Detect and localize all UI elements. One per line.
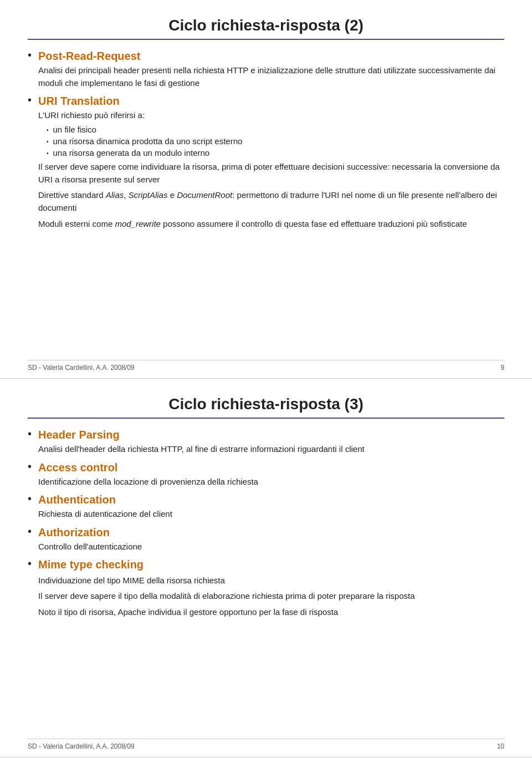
label-post-read-request: Post-Read-Request	[38, 50, 140, 62]
footer-1-left: SD - Valeria Cardellini, A.A. 2008/09	[28, 364, 135, 372]
desc-access-control: Identificazione della locazione di prove…	[38, 476, 504, 489]
bullet-dot-s2-3: •	[28, 492, 32, 505]
bullet-access-control: • Access control Identificazione della l…	[28, 461, 504, 489]
sub-item-2: • una risorsa dinamica prodotta da uno s…	[47, 136, 504, 146]
bullet-content-s2-3: Authentication Richiesta di autenticazio…	[38, 494, 504, 521]
desc-authorization: Controllo dell'autenticazione	[38, 541, 504, 553]
desc-authentication: Richiesta di autenticazione del client	[38, 508, 504, 521]
slide-1: Ciclo richiesta-risposta (2) • Post-Read…	[0, 0, 532, 379]
uri-sub-list: • un file fisico • una risorsa dinamica …	[38, 125, 504, 157]
slide-2: Ciclo richiesta-risposta (3) • Header Pa…	[0, 379, 532, 757]
uri-sub-intro: L'URI richiesto può riferirsi a:	[38, 109, 504, 122]
sub-item-3: • una risorsa generata da un modulo inte…	[47, 148, 504, 157]
bullet-mime-type: • Mime type checking Individuazione del …	[28, 558, 504, 618]
bullet-dot-s2-2: •	[28, 460, 32, 473]
bullet-content-s2-5: Mime type checking Individuazione del ti…	[38, 558, 504, 618]
bullet-dot-1: •	[28, 49, 32, 62]
slide-1-title: Ciclo richiesta-risposta (2)	[28, 17, 504, 34]
bullet-authorization: • Authorization Controllo dell'autentica…	[28, 526, 504, 553]
footer-2-right: 10	[497, 742, 504, 750]
slide-2-footer: SD - Valeria Cardellini, A.A. 2008/09 10	[28, 739, 504, 750]
bullet-content-s2-1: Header Parsing Analisi dell'header della…	[38, 429, 504, 456]
bullet-post-read-request: • Post-Read-Request Analisi dei principa…	[28, 50, 504, 89]
mime-para-2: Il server deve sapere il tipo della moda…	[38, 589, 504, 602]
label-header-parsing: Header Parsing	[38, 429, 120, 441]
title-divider-2	[28, 418, 504, 419]
sub-item-1: • un file fisico	[47, 125, 504, 134]
bullet-content-1: Post-Read-Request Analisi dei principali…	[38, 50, 504, 89]
bullet-content-s2-4: Authorization Controllo dell'autenticazi…	[38, 526, 504, 553]
sub-dot-2: •	[47, 139, 49, 145]
sub-item-3-text: una risorsa generata da un modulo intern…	[53, 148, 210, 157]
uri-para-3: Moduli esterni come mod_rewrite possono …	[38, 217, 504, 230]
footer-2-left: SD - Valeria Cardellini, A.A. 2008/09	[28, 742, 135, 750]
footer-1-right: 9	[500, 364, 504, 372]
bullet-dot-s2-4: •	[28, 525, 32, 538]
sub-dot-1: •	[47, 127, 49, 133]
uri-para-2: Direttive standard Alias, ScriptAlias e …	[38, 189, 504, 215]
sub-item-1-text: un file fisico	[53, 125, 96, 134]
slide-1-footer: SD - Valeria Cardellini, A.A. 2008/09 9	[28, 360, 504, 372]
bullet-content-2: URI Translation L'URI richiesto può rife…	[38, 95, 504, 230]
desc-post-read-request: Analisi dei principali header presenti n…	[38, 64, 504, 89]
bullet-dot-2: •	[28, 94, 32, 106]
label-access-control: Access control	[38, 461, 117, 474]
uri-para-1: Il server deve sapere come individuare l…	[38, 160, 504, 186]
mime-para-3: Noto il tipo di risorsa, Apache individu…	[38, 606, 504, 618]
label-authentication: Authentication	[38, 494, 116, 506]
slide-1-bullets: • Post-Read-Request Analisi dei principa…	[28, 50, 504, 230]
bullet-content-s2-2: Access control Identificazione della loc…	[38, 461, 504, 489]
label-uri-translation: URI Translation	[38, 95, 120, 107]
sub-dot-3: •	[47, 150, 49, 156]
slide-2-title: Ciclo richiesta-risposta (3)	[28, 395, 504, 413]
sub-item-2-text: una risorsa dinamica prodotta da uno scr…	[53, 136, 243, 146]
mime-para-1: Individuazione del tipo MIME della risor…	[38, 574, 504, 587]
bullet-uri-translation: • URI Translation L'URI richiesto può ri…	[28, 95, 504, 230]
label-authorization: Authorization	[38, 526, 110, 538]
bullet-dot-s2-5: •	[28, 557, 32, 570]
label-mime-type: Mime type checking	[38, 558, 144, 571]
bullet-authentication: • Authentication Richiesta di autenticaz…	[28, 494, 504, 521]
bullet-header-parsing: • Header Parsing Analisi dell'header del…	[28, 429, 504, 456]
bullet-dot-s2-1: •	[28, 428, 32, 440]
desc-header-parsing: Analisi dell'header della richiesta HTTP…	[38, 443, 504, 456]
slide-2-bullets: • Header Parsing Analisi dell'header del…	[28, 429, 504, 618]
title-divider-1	[28, 39, 504, 40]
